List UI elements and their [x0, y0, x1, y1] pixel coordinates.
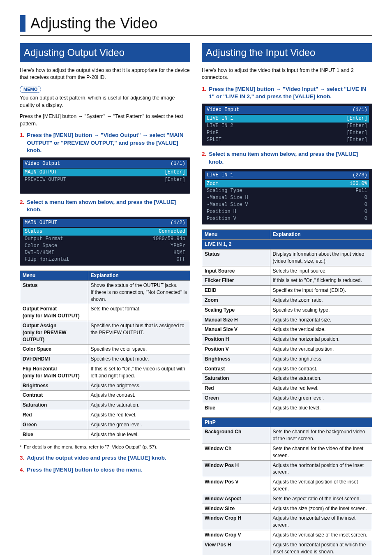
table-row: Position HAdjusts the horizontal positio…	[202, 335, 372, 345]
menu-cell: Red	[20, 410, 88, 420]
table-row: Window AspectSets the aspect ratio of th…	[202, 494, 372, 504]
osd-row: DVI-D/HDMIHDMI	[23, 250, 187, 257]
explanation-cell: Adjusts the saturation.	[270, 374, 372, 384]
osd-row: PinP[Enter]	[205, 130, 369, 136]
input-pinp-table: PinP Background ChSets the channel for t…	[202, 417, 372, 555]
explanation-cell: Adjusts the contrast.	[88, 391, 190, 400]
step-text: Select a menu item shown below, and pres…	[27, 199, 190, 213]
table-row: Manual Size HAdjusts the horizontal size…	[202, 315, 372, 325]
step-number: 1.	[20, 132, 24, 154]
menu-cell: Manual Size V	[202, 325, 270, 335]
osd-row: Scaling TypeFull	[205, 187, 369, 194]
table-row: RedAdjusts the red level.	[202, 384, 372, 393]
table-row: EDIDSpecifies the input format (EDID).	[202, 286, 372, 296]
table-row: Output Assign(only for PREVIEW OUTPUT)Sp…	[20, 321, 190, 345]
table-row: Window Crop HAdjusts the horizontal size…	[202, 513, 372, 530]
step-number: 1.	[202, 86, 206, 100]
explanation-cell: Specifies the scaling type.	[270, 305, 372, 315]
table-row: StatusDisplays information about the inp…	[202, 250, 372, 266]
osd-row: LIVE IN 2[Enter]	[205, 123, 369, 130]
col-explanation: Explanation	[88, 271, 190, 281]
input-intro: Here's how to adjust the video that is i…	[202, 67, 372, 81]
explanation-cell: Adjusts the horizontal position at which…	[270, 540, 372, 555]
osd-row: Output Format1080/59.94p	[23, 236, 187, 243]
table-row: Input SourceSelects the input source.	[202, 266, 372, 276]
explanation-cell: Adjusts the vertical position of the ins…	[270, 477, 372, 494]
table-row: GreenAdjusts the green level.	[202, 393, 372, 403]
explanation-cell: If this is set to "On," the video is out…	[88, 364, 190, 381]
menu-cell: Green	[202, 393, 270, 403]
menu-cell: Brightness	[20, 381, 88, 391]
table-row: Window Pos HAdjusts the horizontal posit…	[202, 460, 372, 477]
menu-cell: Brightness	[202, 354, 270, 364]
table-row: SaturationAdjusts the saturation.	[202, 374, 372, 384]
explanation-cell: Adjusts the brightness.	[270, 354, 372, 364]
table-row: Background ChSets the channel for the ba…	[202, 427, 372, 444]
menu-cell: Window Crop V	[202, 530, 270, 540]
menu-cell: Position H	[202, 335, 270, 345]
explanation-cell: Specifies the output bus that is assigne…	[88, 321, 190, 345]
menu-cell: EDID	[202, 286, 270, 296]
explanation-cell: Specifies the output mode.	[88, 354, 190, 364]
explanation-cell: Sets the channel for the background vide…	[270, 427, 372, 444]
explanation-cell: Adjusts the horizontal position.	[270, 335, 372, 345]
explanation-cell: Adjusts the blue level.	[270, 403, 372, 413]
menu-cell: Position V	[202, 344, 270, 354]
osd-row: -Manual Size H0	[205, 194, 369, 201]
menu-cell: Red	[202, 384, 270, 393]
table-row: ZoomAdjusts the zoom ratio.	[202, 296, 372, 305]
explanation-cell: Adjusts the blue level.	[88, 430, 190, 439]
explanation-cell: Adjusts the red level.	[88, 410, 190, 420]
menu-cell: Contrast	[20, 391, 88, 400]
explanation-cell: Adjusts the horizontal size of the inset…	[270, 513, 372, 530]
menu-cell: DVI-D/HDMI	[20, 354, 88, 364]
osd-rows: Scaling TypeFull -Manual Size H0 -Manual…	[205, 187, 369, 222]
output-footnote: *For details on the menu items, refer to…	[20, 444, 190, 450]
page-title-text: Adjusting the Video	[30, 13, 158, 34]
step-number: 2.	[20, 199, 24, 213]
table-row: SaturationAdjusts the saturation.	[20, 400, 190, 410]
explanation-cell: If this is set to "On," flickering is re…	[270, 276, 372, 286]
step-text: Press the [MENU] button → "Video Input" …	[209, 86, 372, 100]
explanation-cell: Adjusts the contrast.	[270, 364, 372, 374]
explanation-cell: Adjusts the saturation.	[88, 400, 190, 410]
osd-video-output: Video Output(1/1) MAIN OUTPUT[Enter] PRE…	[20, 157, 190, 194]
output-step-2: 2. Select a menu item shown below, and p…	[20, 199, 190, 213]
explanation-cell: Specifies the input format (EDID).	[270, 286, 372, 296]
output-menu-table: Menu Explanation StatusShows the status …	[20, 271, 190, 439]
menu-cell: View Pos H	[202, 540, 270, 555]
col-menu: Menu	[202, 230, 270, 240]
output-intro: Here's how to adjust the output video so…	[20, 67, 190, 81]
menu-cell: Window Ch	[202, 444, 270, 460]
title-accent-bar	[20, 15, 25, 32]
col-menu: Menu	[20, 271, 88, 281]
step-text: Select a menu item shown below, and pres…	[209, 150, 372, 165]
output-step-1: 1. Press the [MENU] button → "Video Outp…	[20, 132, 190, 154]
table-row: Scaling TypeSpecifies the scaling type.	[202, 305, 372, 315]
menu-cell: Blue	[20, 430, 88, 439]
output-step-4: 4. Press the [MENU] button to close the …	[20, 466, 190, 474]
explanation-cell: Specifies the color space.	[88, 345, 190, 354]
page-title: Adjusting the Video	[20, 13, 372, 34]
input-step-2: 2. Select a menu item shown below, and p…	[202, 150, 372, 165]
table-row: Position VAdjusts the vertical position.	[202, 344, 372, 354]
explanation-cell: Adjusts the horizontal position of the i…	[270, 460, 372, 477]
menu-cell: Background Ch	[202, 427, 270, 444]
page-title-wrap: Adjusting the Video	[20, 13, 372, 36]
step-text: Press the [MENU] button → "Video Output"…	[27, 132, 190, 154]
menu-cell: Window Pos V	[202, 477, 270, 494]
menu-cell: Output Format(only for MAIN OUTPUT)	[20, 304, 88, 321]
step-number: 2.	[202, 150, 206, 165]
table-row: ContrastAdjusts the contrast.	[20, 391, 190, 400]
explanation-cell: Adjusts the green level.	[88, 420, 190, 430]
left-column: Adjusting Output Video Here's how to adj…	[20, 43, 190, 555]
table-row: StatusShows the status of the OUTPUT jac…	[20, 281, 190, 304]
menu-cell: Status	[20, 281, 88, 304]
menu-cell: Flicker Filter	[202, 276, 270, 286]
menu-cell: Green	[20, 420, 88, 430]
explanation-cell: Sets the aspect ratio of the inset scree…	[270, 494, 372, 504]
explanation-cell: Adjusts the red level.	[270, 384, 372, 393]
osd-row: PREVIEW OUTPUT[Enter]	[23, 176, 187, 183]
table-row: BrightnessAdjusts the brightness.	[202, 354, 372, 364]
menu-cell: Window Pos H	[202, 460, 270, 477]
